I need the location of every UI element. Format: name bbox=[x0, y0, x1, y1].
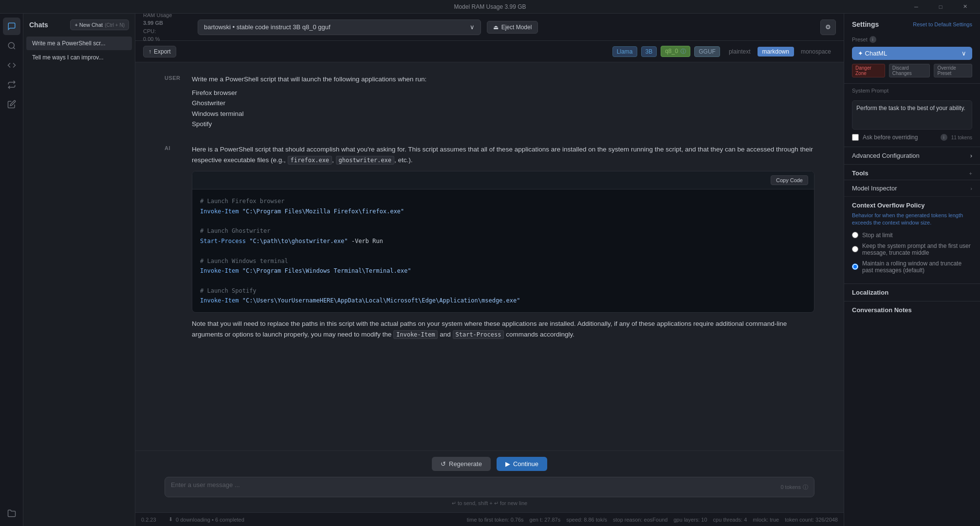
ai-msg-copy-button[interactable]: ⎘ bbox=[758, 144, 771, 157]
conversation-notes-section: Conversation Notes bbox=[844, 301, 980, 319]
maximize-button[interactable]: □ bbox=[929, 0, 952, 14]
localization-section: Localization bbox=[844, 284, 980, 301]
user-msg-delete-button[interactable]: 🗑 bbox=[787, 74, 800, 87]
model-selector[interactable]: bartowski • stable code instruct 3B q8_0… bbox=[198, 19, 481, 35]
chat-edit-icon[interactable]: ✎ bbox=[114, 55, 119, 61]
user-msg-edit-button[interactable]: ✎ bbox=[773, 74, 785, 87]
model-inspector-chevron-icon: › bbox=[970, 186, 972, 191]
gear-icon: ⚙ bbox=[825, 23, 831, 31]
preset-dropdown[interactable]: ✦ ChatML ∨ bbox=[852, 47, 972, 60]
ask-override-tokens: 11 tokens bbox=[951, 135, 972, 140]
chat-sidebar-header: Chats + New Chat (Ctrl + N) bbox=[23, 14, 135, 34]
chat-clock-icon[interactable]: 🕐 bbox=[106, 55, 112, 61]
metric-gpu: gpu layers: 10 bbox=[674, 517, 707, 523]
chat-item[interactable]: Write me a PowerShell scr... 🕐 ✎ 🗑 bbox=[26, 37, 132, 50]
title-bar-controls: ─ □ ✕ bbox=[905, 0, 976, 14]
ai-message-text: Here is a PowerShell script that should … bbox=[192, 144, 814, 165]
reset-defaults-button[interactable]: Reset to Default Settings bbox=[913, 21, 972, 27]
title-bar: Model RAM Usage 3.99 GB ─ □ ✕ bbox=[0, 0, 980, 14]
format-monospace[interactable]: monospace bbox=[796, 47, 836, 56]
ai-msg-regenerate-button[interactable]: ↺ bbox=[773, 144, 785, 157]
chat-edit-icon[interactable]: ✎ bbox=[114, 40, 119, 47]
svg-point-0 bbox=[8, 42, 14, 48]
format-buttons: plaintext markdown monospace bbox=[724, 47, 836, 56]
code-block-header: Copy Code bbox=[192, 171, 814, 189]
title-bar-text: Model RAM Usage 3.99 GB bbox=[454, 3, 526, 10]
radio-stop-label: Stop at limit bbox=[862, 232, 893, 239]
export-icon: ↑ bbox=[148, 48, 151, 55]
close-button[interactable]: ✕ bbox=[954, 0, 976, 14]
radio-keep-input[interactable] bbox=[852, 246, 858, 252]
sidebar-arrows-icon[interactable] bbox=[3, 76, 20, 94]
metric-stop: stop reason: eosFound bbox=[613, 517, 668, 523]
new-chat-button[interactable]: + New Chat (Ctrl + N) bbox=[70, 19, 129, 30]
token-count-value: 0 tokens bbox=[780, 484, 801, 490]
preset-actions-row: Danger Zone Discard Changes Override Pre… bbox=[852, 64, 972, 77]
radio-keep-label: Keep the system prompt and the first use… bbox=[862, 243, 972, 256]
tools-expand-icon[interactable]: + bbox=[969, 170, 972, 176]
copy-code-button[interactable]: Copy Code bbox=[771, 175, 808, 185]
metric-tokens: token count: 326/2048 bbox=[785, 517, 838, 523]
minimize-button[interactable]: ─ bbox=[905, 0, 927, 14]
message-input[interactable] bbox=[171, 481, 780, 493]
model-inspector-item[interactable]: Model Inspector › bbox=[844, 180, 980, 197]
radio-stop-input[interactable] bbox=[852, 232, 858, 238]
chat-area[interactable]: USER Write me a PowerShell script that w… bbox=[135, 62, 844, 451]
chat-delete-icon[interactable]: 🗑 bbox=[121, 40, 126, 47]
radio-rolling-window: Maintain a rolling window and truncate p… bbox=[852, 260, 972, 274]
user-msg-more-button[interactable]: ⋯ bbox=[802, 74, 814, 87]
discard-changes-tag[interactable]: Discard Changes bbox=[889, 64, 930, 77]
system-prompt-input[interactable]: Perform the task to the best of your abi… bbox=[852, 100, 972, 130]
override-preset-tag[interactable]: Override Preset bbox=[934, 64, 972, 77]
export-button[interactable]: ↑ Export bbox=[143, 46, 176, 57]
metric-cpu: cpu threads: 4 bbox=[713, 517, 747, 523]
chat-item-text: Tell me ways I can improv... bbox=[32, 54, 106, 61]
chevron-down-icon: ∨ bbox=[470, 23, 475, 31]
chat-item-text: Write me a PowerShell scr... bbox=[32, 40, 106, 47]
continue-button[interactable]: ▶ Continue bbox=[497, 457, 547, 471]
quant-info-icon[interactable]: ⓘ bbox=[681, 48, 686, 54]
tools-header: Tools + bbox=[844, 165, 980, 180]
chats-title: Chats bbox=[29, 21, 48, 29]
inline-code-startprocess: Start-Process bbox=[453, 330, 504, 339]
radio-rolling-input[interactable] bbox=[852, 263, 858, 270]
new-chat-shortcut: (Ctrl + N) bbox=[105, 22, 125, 28]
radio-keep-system: Keep the system prompt and the first use… bbox=[852, 243, 972, 256]
sidebar-tools-icon[interactable] bbox=[3, 56, 20, 74]
preset-section: Preset i ✦ ChatML ∨ Danger Zone Discard … bbox=[844, 32, 980, 84]
format-plaintext[interactable]: plaintext bbox=[724, 47, 756, 56]
ask-override-info-icon[interactable]: i bbox=[941, 134, 947, 141]
advanced-config-button[interactable]: Advanced Configuration › bbox=[844, 147, 980, 165]
sidebar-folder-icon[interactable] bbox=[3, 505, 20, 522]
model-name: bartowski • stable code instruct 3B q8_0… bbox=[204, 23, 331, 31]
danger-zone-tag[interactable]: Danger Zone bbox=[852, 64, 885, 77]
ai-msg-more-button[interactable]: ⋯ bbox=[802, 144, 814, 157]
regenerate-button[interactable]: ↺ Regenerate bbox=[432, 457, 491, 471]
global-settings-button[interactable]: ⚙ bbox=[820, 19, 836, 35]
sidebar-edit-icon[interactable] bbox=[3, 95, 20, 113]
downloads-status[interactable]: ⬇ 0 downloading • 6 completed bbox=[168, 516, 244, 523]
chat-item[interactable]: Tell me ways I can improv... 🕐 ✎ 🗑 bbox=[26, 51, 132, 64]
continue-icon: ▶ bbox=[505, 460, 510, 468]
radio-rolling-label: Maintain a rolling window and truncate p… bbox=[862, 260, 972, 274]
ask-override-label: Ask before overriding bbox=[863, 134, 937, 141]
advanced-config-label: Advanced Configuration bbox=[852, 152, 920, 159]
eject-icon: ⏏ bbox=[493, 24, 499, 31]
conversation-notes-title: Conversation Notes bbox=[852, 306, 972, 314]
ai-role-label: AI bbox=[165, 145, 184, 151]
system-prompt-label: System Prompt bbox=[852, 88, 972, 94]
downloads-text: 0 downloading • 6 completed bbox=[176, 517, 244, 523]
app-version: 0.2.23 bbox=[141, 517, 161, 523]
preset-info-icon[interactable]: i bbox=[869, 36, 876, 43]
chat-clock-icon[interactable]: 🕐 bbox=[106, 40, 112, 47]
user-msg-copy-button[interactable]: ⎘ bbox=[758, 74, 771, 87]
chat-delete-icon[interactable]: 🗑 bbox=[121, 55, 126, 61]
format-markdown[interactable]: markdown bbox=[758, 47, 794, 56]
sidebar-chat-icon[interactable] bbox=[3, 18, 20, 35]
new-chat-label: + New Chat bbox=[74, 22, 103, 28]
ai-msg-edit-button[interactable]: ✎ bbox=[787, 144, 800, 157]
eject-model-button[interactable]: ⏏ Eject Model bbox=[487, 21, 538, 34]
model-inspector-label: Model Inspector bbox=[852, 185, 897, 192]
ask-override-checkbox[interactable] bbox=[852, 134, 859, 141]
sidebar-search-icon[interactable] bbox=[3, 37, 20, 55]
